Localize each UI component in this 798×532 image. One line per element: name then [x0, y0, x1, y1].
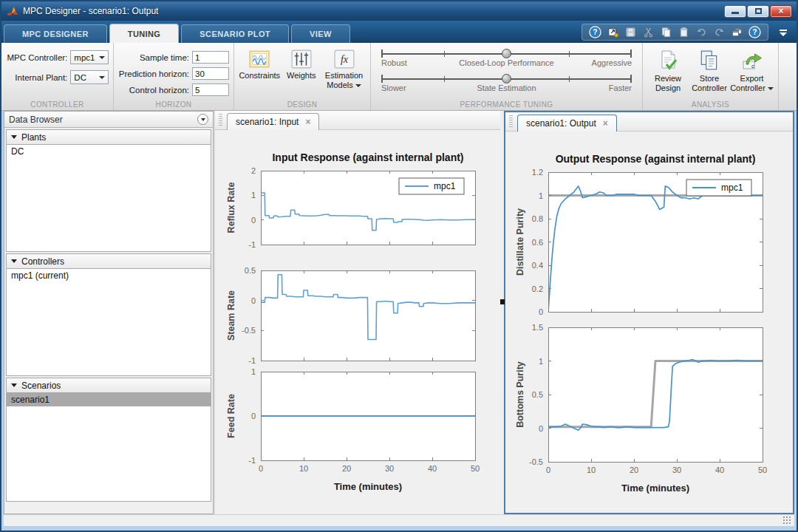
tab-mpc-designer[interactable]: MPC DESIGNER [4, 24, 107, 43]
state-estimation-slider[interactable]: Slower State Estimation Faster [381, 75, 632, 93]
section-label-horizon: HORIZON [114, 100, 233, 109]
svg-text:30: 30 [385, 464, 394, 473]
input-response-figure: Input Response (against internal plant)-… [215, 130, 500, 508]
plants-list: DC [6, 145, 211, 252]
svg-text:0.2: 0.2 [532, 284, 543, 293]
splitter-handle[interactable] [500, 299, 505, 304]
store-controller-icon [698, 50, 720, 72]
svg-text:Output Response (against inter: Output Response (against internal plant) [556, 153, 756, 165]
tab-view[interactable]: VIEW [291, 24, 350, 43]
svg-text:10: 10 [587, 466, 596, 474]
weights-button[interactable]: Weights [281, 50, 323, 81]
panel-menu-icon[interactable] [197, 114, 208, 125]
closed-loop-performance-slider[interactable]: Robust Closed-Loop Performance Aggressiv… [381, 50, 632, 68]
tab-scenario1-input[interactable]: scenario1: Input × [227, 113, 319, 130]
store-controller-button[interactable]: Store Controller [689, 50, 730, 92]
output-response-figure: Output Response (against internal plant)… [505, 132, 791, 510]
restore-button[interactable] [747, 5, 769, 18]
svg-text:Steam Rate: Steam Rate [226, 290, 236, 341]
svg-text:Bottoms Purity: Bottoms Purity [515, 361, 525, 428]
matlab-logo-icon [6, 5, 18, 18]
drag-grip-icon[interactable] [219, 114, 222, 126]
open-new-window-icon[interactable] [607, 26, 619, 38]
close-tab-icon[interactable]: × [305, 117, 310, 126]
svg-text:0.5: 0.5 [532, 390, 543, 399]
sample-time-input[interactable] [192, 51, 229, 64]
svg-text:0: 0 [251, 216, 256, 225]
mpc-designer-window: MPC Designer - scenario1: Output × MPC D… [0, 0, 798, 532]
drag-grip-icon[interactable] [509, 115, 513, 128]
minimize-ribbon-icon[interactable] [774, 25, 792, 40]
svg-text:0: 0 [251, 412, 256, 420]
slider-handle[interactable] [502, 49, 511, 58]
list-item-scenario[interactable]: scenario1 [7, 393, 211, 406]
svg-text:Distillate Purity: Distillate Purity [515, 208, 525, 276]
estimation-models-button[interactable]: fx Estimation Models [322, 50, 366, 89]
svg-text:1: 1 [251, 367, 256, 376]
output-tabbar: scenario1: Output × [505, 112, 793, 132]
slider-right-label: Aggressive [592, 58, 632, 67]
section-label-controller: CONTROLLER [1, 100, 113, 109]
close-tab-icon[interactable]: × [603, 119, 608, 128]
ribbon-tabstrip: MPC DESIGNER TUNING SCENARIO PLOT VIEW ?… [1, 21, 797, 43]
review-design-button[interactable]: Review Design [647, 50, 689, 92]
svg-text:0.5: 0.5 [245, 266, 256, 275]
undo-icon [695, 26, 708, 38]
mpc-controller-dropdown[interactable]: mpc1 [70, 50, 109, 64]
main-area: Data Browser Plants DC Controllers mpc1 … [1, 111, 797, 514]
minimize-button[interactable] [724, 5, 746, 18]
control-horizon-input[interactable] [192, 83, 229, 96]
section-label-analysis: ANALYSIS [643, 100, 778, 109]
svg-text:-1: -1 [248, 356, 256, 365]
chevron-down-icon [768, 87, 774, 90]
section-label-design: DESIGN [234, 100, 370, 109]
prediction-horizon-label: Prediction horizon: [118, 69, 189, 78]
ribbon-group-analysis: Review Design Store Controller c Export … [643, 43, 779, 110]
svg-text:0: 0 [539, 307, 543, 316]
review-design-icon [657, 50, 679, 72]
internal-plant-label: Internal Plant: [6, 73, 67, 82]
export-controller-button[interactable]: c Export Controller [730, 50, 774, 92]
constraints-button[interactable]: Constraints [239, 50, 281, 81]
data-browser-panel: Data Browser Plants DC Controllers mpc1 … [4, 111, 214, 514]
resize-grip-icon[interactable] [783, 516, 791, 525]
svg-text:?: ? [752, 28, 757, 36]
svg-text:mpc1: mpc1 [434, 181, 456, 191]
svg-text:50: 50 [471, 464, 480, 473]
controllers-list: mpc1 (current) [6, 269, 211, 376]
weights-icon [291, 50, 312, 69]
svg-text:Input Response (against intern: Input Response (against internal plant) [272, 151, 463, 163]
tab-scenario1-output[interactable]: scenario1: Output × [517, 115, 617, 132]
svg-text:1.5: 1.5 [532, 323, 543, 332]
svg-text:0.4: 0.4 [532, 261, 543, 270]
tab-tuning[interactable]: TUNING [109, 24, 180, 43]
sample-time-label: Sample time: [118, 53, 189, 62]
slider-handle[interactable] [502, 74, 511, 83]
help-icon[interactable]: ? [589, 26, 601, 38]
svg-text:1: 1 [539, 357, 543, 366]
close-button[interactable]: × [770, 5, 792, 18]
data-browser-title: Data Browser [9, 115, 63, 125]
help-icon[interactable]: ? [748, 26, 761, 38]
quick-access-toolbar: ? ? [582, 24, 768, 41]
controllers-section-header[interactable]: Controllers [6, 253, 211, 269]
output-response-plot-area: Output Response (against internal plant)… [505, 132, 793, 513]
fx-icon: fx [334, 50, 355, 69]
list-item-plant[interactable]: DC [7, 145, 211, 158]
tab-scenario-plot[interactable]: SCENARIO PLOT [181, 24, 289, 43]
list-item-controller[interactable]: mpc1 (current) [7, 269, 211, 282]
dock-layout-icon[interactable] [731, 26, 743, 38]
internal-plant-dropdown[interactable]: DC [70, 70, 109, 84]
pane-splitter[interactable] [500, 111, 504, 514]
export-controller-icon: c [741, 50, 763, 72]
svg-text:Reflux Rate: Reflux Rate [226, 183, 236, 233]
svg-text:30: 30 [672, 466, 681, 474]
svg-text:40: 40 [715, 466, 724, 474]
scenarios-section-header[interactable]: Scenarios [6, 378, 211, 393]
svg-text:Time (minutes): Time (minutes) [334, 481, 402, 492]
prediction-horizon-input[interactable] [192, 67, 229, 80]
paste-icon [678, 26, 690, 38]
svg-text:-0.5: -0.5 [242, 326, 256, 335]
plants-section-header[interactable]: Plants [6, 129, 211, 145]
svg-text:20: 20 [342, 464, 351, 473]
